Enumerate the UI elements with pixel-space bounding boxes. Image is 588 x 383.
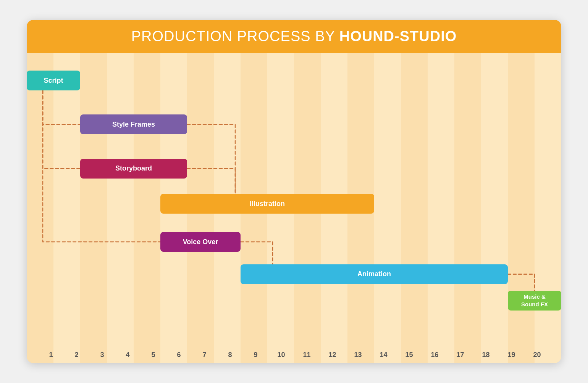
bar-voice-over: Voice Over <box>160 232 241 252</box>
x-axis: 1234567891011121314151617181920 <box>27 346 561 363</box>
bar-storyboard: Storyboard <box>80 159 187 179</box>
x-label-2: 2 <box>64 351 89 359</box>
title-bold: HOUND-STUDIO <box>339 28 457 44</box>
x-label-20: 20 <box>524 351 550 359</box>
gantt-chart: ScriptStyle FramesStoryboardIllustration… <box>27 53 561 346</box>
x-label-7: 7 <box>192 351 217 359</box>
x-label-13: 13 <box>345 351 371 359</box>
bar-script: Script <box>27 71 80 90</box>
x-label-4: 4 <box>115 351 141 359</box>
x-label-17: 17 <box>447 351 473 359</box>
x-label-12: 12 <box>320 351 345 359</box>
x-label-3: 3 <box>89 351 115 359</box>
header: PRODUCTION PROCESS BY HOUND-STUDIO <box>27 20 561 53</box>
x-axis-labels: 1234567891011121314151617181920 <box>27 351 561 359</box>
bar-style-frames: Style Frames <box>80 114 187 134</box>
x-label-1: 1 <box>38 351 64 359</box>
x-label-19: 19 <box>499 351 524 359</box>
bar-music-sound: Music & Sound FX <box>508 291 561 311</box>
chart-content: ScriptStyle FramesStoryboardIllustration… <box>27 53 561 363</box>
x-label-15: 15 <box>396 351 422 359</box>
bar-animation: Animation <box>241 264 508 284</box>
x-label-8: 8 <box>217 351 243 359</box>
x-label-5: 5 <box>141 351 166 359</box>
chart-area: ScriptStyle FramesStoryboardIllustration… <box>27 53 561 363</box>
x-label-10: 10 <box>268 351 294 359</box>
x-label-11: 11 <box>294 351 320 359</box>
title-normal: PRODUCTION PROCESS BY <box>131 28 339 44</box>
x-label-18: 18 <box>473 351 499 359</box>
x-label-14: 14 <box>371 351 396 359</box>
x-label-16: 16 <box>422 351 447 359</box>
bar-illustration: Illustration <box>160 194 374 214</box>
page-title: PRODUCTION PROCESS BY HOUND-STUDIO <box>27 28 561 45</box>
main-card: PRODUCTION PROCESS BY HOUND-STUDIO Scrip… <box>27 20 561 363</box>
x-label-6: 6 <box>166 351 192 359</box>
x-label-9: 9 <box>243 351 268 359</box>
